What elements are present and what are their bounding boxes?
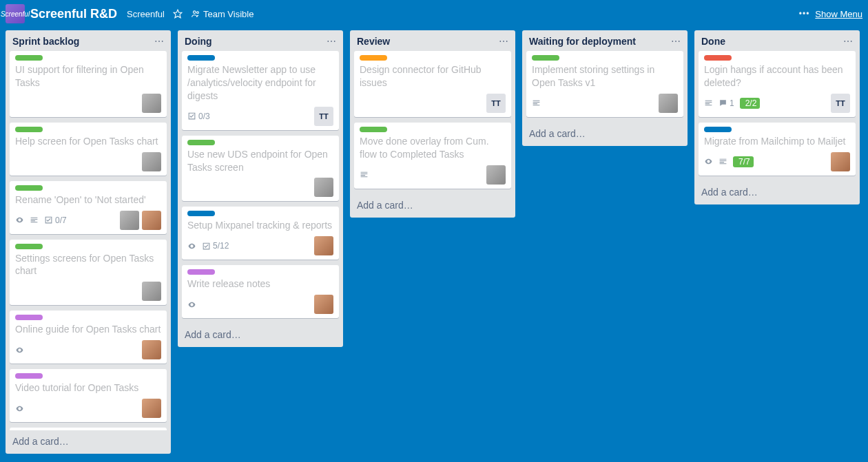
checklist-badge: 2/2 — [740, 98, 761, 109]
add-card-button[interactable]: Add a card… — [178, 324, 343, 347]
card-label[interactable] — [360, 55, 387, 61]
list-menu-button[interactable]: ⋯ — [671, 36, 681, 47]
card-title: Rename 'Open' to 'Not started' — [15, 193, 161, 207]
description-icon — [360, 170, 369, 179]
svg-point-1 — [193, 11, 196, 13]
checklist-badge: 0/7 — [44, 216, 67, 225]
card[interactable]: Login hangs if account has been deleted?… — [699, 51, 856, 117]
board-header: Screenful Screenful R&D Screenful Team V… — [0, 0, 868, 28]
visibility-button[interactable]: Team Visible — [191, 9, 254, 19]
card-title: Online guide for Open Tasks chart — [15, 323, 161, 336]
card-label[interactable] — [360, 127, 387, 132]
list-menu-button[interactable]: ⋯ — [499, 36, 508, 47]
card-title: UI support for filtering in Open Tasks — [15, 63, 161, 90]
card-label[interactable] — [532, 55, 559, 61]
card-title: Login hangs if account has been deleted? — [704, 63, 850, 90]
card[interactable]: Write release notes — [182, 265, 339, 318]
member-avatar[interactable] — [142, 211, 161, 230]
member-avatar[interactable] — [486, 165, 506, 185]
card-label[interactable] — [15, 244, 43, 249]
list-menu-button[interactable]: ⋯ — [154, 36, 164, 47]
member-avatar[interactable] — [314, 178, 333, 197]
show-menu-button[interactable]: Show Menu — [815, 9, 862, 19]
member-avatar[interactable] — [314, 236, 333, 255]
team-logo[interactable]: Screenful — [6, 4, 25, 23]
member-avatar[interactable] — [142, 282, 161, 301]
board-canvas: Sprint backlog⋯UI support for filtering … — [0, 28, 868, 462]
card-label[interactable] — [704, 55, 732, 61]
card-title: Implement storing settings in Open Tasks… — [532, 63, 678, 90]
list-title[interactable]: Doing — [185, 36, 212, 47]
add-card-button[interactable]: Add a card… — [6, 430, 171, 454]
card[interactable]: Help screen for Open Tasks chart — [10, 123, 167, 176]
card-label[interactable] — [15, 373, 43, 379]
card-label[interactable] — [704, 127, 732, 132]
member-avatar[interactable] — [659, 94, 678, 113]
list-menu-button[interactable]: ⋯ — [843, 36, 853, 47]
card-title: Migrate Newsletter app to use /analytics… — [187, 63, 333, 103]
list-title[interactable]: Waiting for deployment — [529, 36, 636, 47]
card-title: Setup Mixpanel tracking & reports — [187, 219, 333, 232]
card-title: Design connector for GitHub issues — [360, 63, 506, 90]
card-label[interactable] — [15, 185, 43, 191]
member-avatar[interactable] — [142, 340, 161, 359]
member-avatar[interactable]: TT — [831, 94, 850, 113]
list: Sprint backlog⋯UI support for filtering … — [6, 30, 171, 454]
watch-icon — [187, 300, 196, 309]
add-card-button[interactable]: Add a card… — [522, 123, 688, 146]
member-avatar[interactable]: TT — [486, 94, 506, 113]
card[interactable]: Settings screens for Open Tasks chart — [10, 240, 167, 306]
card[interactable]: Video tutorial for Open Tasks — [10, 369, 167, 422]
card-title: Migrate from Mailchimp to Mailjet — [704, 135, 850, 148]
card[interactable]: QA for the Open Tasks chartTT — [10, 428, 167, 430]
member-avatar[interactable] — [142, 94, 161, 113]
member-avatar[interactable] — [314, 295, 333, 314]
description-icon — [532, 98, 541, 107]
checklist-badge: 7/7 — [733, 156, 754, 167]
card-title: Use new UDS endpoint for Open Tasks scre… — [187, 148, 333, 174]
list-menu-button[interactable]: ⋯ — [327, 36, 336, 47]
card[interactable]: Implement storing settings in Open Tasks… — [526, 51, 683, 117]
card-label[interactable] — [15, 127, 43, 132]
watch-icon — [187, 242, 196, 251]
member-avatar[interactable] — [120, 211, 139, 230]
member-avatar[interactable] — [142, 399, 161, 418]
description-icon — [719, 157, 727, 166]
member-avatar[interactable] — [142, 152, 161, 171]
card-label[interactable] — [187, 140, 215, 145]
team-icon — [191, 9, 200, 19]
svg-point-2 — [196, 12, 198, 14]
checklist-badge: 5/12 — [202, 241, 229, 251]
card[interactable]: Online guide for Open Tasks chart — [10, 311, 167, 364]
card-label[interactable] — [15, 315, 43, 320]
card-label[interactable] — [187, 211, 215, 216]
card[interactable]: UI support for filtering in Open Tasks — [10, 51, 167, 117]
star-icon — [173, 9, 183, 19]
card[interactable]: Use new UDS endpoint for Open Tasks scre… — [182, 136, 339, 202]
card-label[interactable] — [187, 269, 215, 275]
watch-icon — [15, 346, 24, 355]
card-label[interactable] — [15, 55, 43, 61]
list-title[interactable]: Done — [701, 36, 725, 47]
star-button[interactable] — [173, 9, 183, 19]
card[interactable]: Move done overlay from Cum. flow to Comp… — [354, 123, 511, 189]
list-title[interactable]: Sprint backlog — [12, 36, 79, 47]
card[interactable]: Rename 'Open' to 'Not started'0/7 — [10, 181, 167, 234]
card[interactable]: Migrate from Mailchimp to Mailjet7/7 — [699, 123, 856, 176]
card[interactable]: Migrate Newsletter app to use /analytics… — [182, 51, 339, 130]
card[interactable]: Setup Mixpanel tracking & reports5/12 — [182, 207, 339, 260]
card-title: Write release notes — [187, 277, 333, 291]
list: Review⋯Design connector for GitHub issue… — [350, 30, 515, 218]
watch-icon — [15, 404, 24, 413]
add-card-button[interactable]: Add a card… — [350, 194, 515, 218]
member-avatar[interactable]: TT — [314, 107, 333, 126]
board-title[interactable]: Screenful R&D — [30, 7, 117, 21]
list: Doing⋯Migrate Newsletter app to use /ana… — [178, 30, 343, 347]
menu-ellipsis-icon: ••• — [799, 9, 810, 19]
card[interactable]: Design connector for GitHub issuesTT — [354, 51, 511, 117]
card-label[interactable] — [187, 55, 215, 61]
team-link[interactable]: Screenful — [127, 9, 165, 19]
add-card-button[interactable]: Add a card… — [694, 181, 860, 204]
member-avatar[interactable] — [831, 152, 850, 171]
list-title[interactable]: Review — [357, 36, 390, 47]
